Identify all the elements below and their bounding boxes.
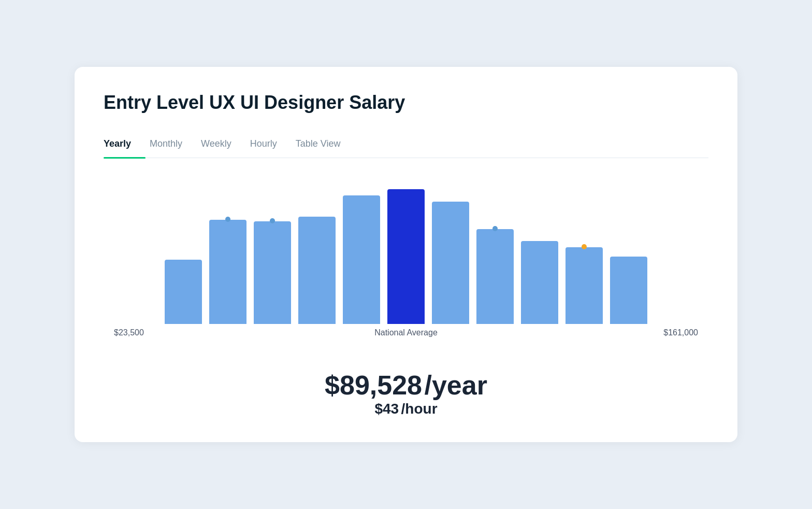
salary-chart: $23,500 National Average $161,000: [104, 179, 708, 355]
bars-container: [104, 179, 708, 324]
tab-yearly[interactable]: Yearly: [104, 132, 146, 158]
bar-4[interactable]: [343, 195, 380, 324]
salary-hourly-amount: $43: [374, 401, 399, 417]
bar-group-3: [298, 217, 336, 324]
bar-dot-7: [492, 226, 498, 231]
bar-7[interactable]: [476, 229, 514, 324]
salary-hourly: $43 /hour: [104, 401, 708, 417]
tab-weekly[interactable]: Weekly: [201, 132, 246, 158]
bar-1[interactable]: [209, 220, 247, 324]
bar-3[interactable]: [298, 217, 336, 324]
bar-group-2: [254, 221, 291, 324]
bar-group-9: [566, 247, 603, 324]
chart-labels: $23,500 National Average $161,000: [104, 324, 708, 337]
min-salary-label: $23,500: [114, 328, 144, 337]
tab-bar: Yearly Monthly Weekly Hourly Table View: [104, 132, 708, 158]
national-average-label: National Average: [374, 328, 438, 337]
bar-6[interactable]: [432, 202, 469, 324]
bar-dot-2: [270, 218, 275, 223]
bar-2[interactable]: [254, 221, 291, 324]
bar-8[interactable]: [521, 241, 558, 324]
salary-per-hour: /hour: [401, 401, 438, 417]
bar-group-1: [209, 220, 247, 324]
bar-group-6: [432, 202, 469, 324]
tab-monthly[interactable]: Monthly: [150, 132, 197, 158]
tab-tableview[interactable]: Table View: [296, 132, 355, 158]
bar-0[interactable]: [165, 260, 202, 324]
bar-group-10: [610, 257, 647, 324]
bar-group-4: [343, 195, 380, 324]
bar-group-0: [165, 260, 202, 324]
bar-group-7: [476, 229, 514, 324]
max-salary-label: $161,000: [663, 328, 698, 337]
salary-card: Entry Level UX UI Designer Salary Yearly…: [75, 67, 737, 442]
bar-group-8: [521, 241, 558, 324]
salary-per-year: /year: [424, 370, 487, 400]
page-title: Entry Level UX UI Designer Salary: [104, 92, 708, 114]
salary-yearly: $89,528 /year: [104, 370, 708, 401]
bar-10[interactable]: [610, 257, 647, 324]
bar-9[interactable]: [566, 247, 603, 324]
bar-dot-9: [582, 244, 587, 249]
salary-info: $89,528 /year $43 /hour: [104, 370, 708, 417]
bar-group-5: [387, 189, 425, 324]
bar-dot-1: [225, 217, 230, 222]
bar-5[interactable]: [387, 189, 425, 324]
salary-amount: $89,528: [325, 370, 422, 400]
tab-hourly[interactable]: Hourly: [250, 132, 292, 158]
